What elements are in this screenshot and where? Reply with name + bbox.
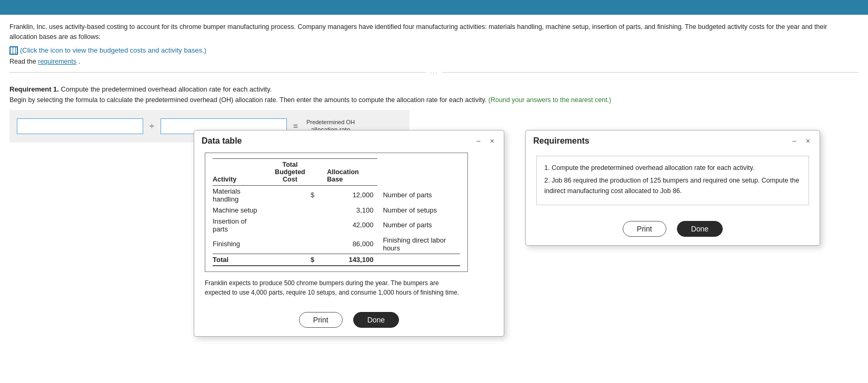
req-minimize-btn[interactable]: − <box>790 136 799 146</box>
table-row: Finishing 86,000 Finishing direct labor … <box>213 235 460 254</box>
data-table-close-btn[interactable]: × <box>488 136 496 146</box>
read-line: Read the requirements . <box>9 58 859 65</box>
base-insertion: Number of parts <box>377 216 460 235</box>
cost-finishing: 86,000 <box>316 235 377 254</box>
overlays-area: Data table − × Activity Total BudgetedCo… <box>9 135 859 361</box>
divide-op: ÷ <box>147 122 156 131</box>
requirement-title: Requirement 1. Compute the predetermined… <box>9 85 859 93</box>
intro-paragraph: Franklin, Inc. uses activity-based costi… <box>9 22 841 42</box>
equals-op: = <box>291 122 300 131</box>
table-row: Materials handling $ 12,000 Number of pa… <box>213 185 460 205</box>
top-bar <box>0 0 868 15</box>
req-modal-title: Requirements <box>533 136 590 146</box>
base-machine: Number of setups <box>377 205 460 216</box>
req-box: 1. Compute the predetermined overhead al… <box>536 156 809 205</box>
col-cost: Total BudgetedCost <box>268 158 317 185</box>
data-table-wrap: Activity Total BudgetedCost Allocation B… <box>205 153 468 272</box>
table-total-row: Total $ 143,100 <box>213 254 460 266</box>
cost-total: 143,100 <box>316 254 377 266</box>
modal-controls: − × <box>474 136 496 146</box>
grid-icon <box>9 46 18 55</box>
footnote-text: Franklin expects to produce 500 chrome b… <box>205 278 463 297</box>
req-item-1: 1. Compute the predetermined overhead al… <box>544 163 801 173</box>
activity-finishing: Finishing <box>213 235 268 254</box>
divider-dots: ··· <box>426 69 442 76</box>
data-table-minimize-btn[interactable]: − <box>474 136 483 146</box>
data-table: Activity Total BudgetedCost Allocation B… <box>213 158 460 266</box>
req-done-btn[interactable]: Done <box>677 221 723 237</box>
data-table-done-btn[interactable]: Done <box>353 312 399 328</box>
main-content: Franklin, Inc. uses activity-based costi… <box>0 15 868 367</box>
activity-machine: Machine setup <box>213 205 268 216</box>
requirements-modal: Requirements − × 1. Compute the predeter… <box>525 130 820 246</box>
activity-total: Total <box>213 254 268 266</box>
req-item-2: 2. Job 86 required the production of 125… <box>544 175 801 196</box>
data-table-print-btn[interactable]: Print <box>299 312 343 328</box>
base-materials: Number of parts <box>377 185 460 205</box>
cost-materials: 12,000 <box>316 185 377 205</box>
divider: ··· <box>9 69 859 76</box>
req-modal-footer: Print Done <box>526 214 820 245</box>
table-row: Insertion of parts 42,000 Number of part… <box>213 216 460 235</box>
modal-body: Activity Total BudgetedCost Allocation B… <box>194 149 504 305</box>
cost-machine: 3,100 <box>316 205 377 216</box>
data-table-modal: Data table − × Activity Total BudgetedCo… <box>194 130 504 337</box>
data-table-title: Data table <box>202 136 242 146</box>
modal-header: Data table − × <box>194 130 504 149</box>
icon-link[interactable]: (Click the icon to view the budgeted cos… <box>9 46 859 55</box>
req-modal-controls: − × <box>790 136 812 146</box>
data-table-footer: Print Done <box>194 305 504 336</box>
col-activity: Activity <box>213 158 268 185</box>
req-print-btn[interactable]: Print <box>623 221 666 237</box>
icon-link-label: (Click the icon to view the budgeted cos… <box>20 46 206 54</box>
requirements-link[interactable]: requirements <box>38 58 76 65</box>
base-finishing: Finishing direct labor hours <box>377 235 460 254</box>
total-dollar: $ <box>268 254 317 266</box>
req-modal-header: Requirements − × <box>526 130 820 149</box>
table-header-row: Activity Total BudgetedCost Allocation B… <box>213 158 460 185</box>
activity-insertion: Insertion of parts <box>213 216 268 235</box>
req-modal-body: 1. Compute the predetermined overhead al… <box>526 149 820 214</box>
cost-dollar-1: $ <box>268 185 317 205</box>
formula-input-numerator[interactable] <box>17 118 143 134</box>
req-close-btn[interactable]: × <box>804 136 812 146</box>
instruction-text: Begin by selecting the formula to calcul… <box>9 96 799 104</box>
col-base: Allocation Base <box>316 158 377 185</box>
table-row: Machine setup 3,100 Number of setups <box>213 205 460 216</box>
activity-materials: Materials handling <box>213 185 268 205</box>
cost-insertion: 42,000 <box>316 216 377 235</box>
